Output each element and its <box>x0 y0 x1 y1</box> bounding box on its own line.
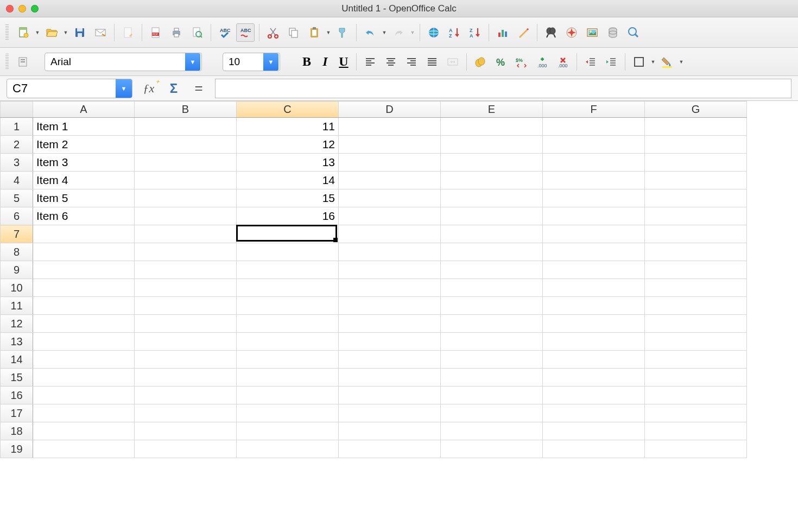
font-name-dropdown[interactable]: ▼ <box>185 53 200 71</box>
sort-descending-icon[interactable]: ZA <box>466 23 484 42</box>
delete-decimal-icon[interactable]: .000 <box>554 53 572 71</box>
open-document-icon[interactable] <box>42 23 61 42</box>
cell-A17[interactable] <box>33 404 135 422</box>
export-pdf-icon[interactable]: PDF <box>147 23 165 42</box>
row-header-5[interactable]: 5 <box>1 189 33 207</box>
cell-B11[interactable] <box>135 297 237 315</box>
function-equals-icon[interactable]: = <box>190 80 207 97</box>
cell-D2[interactable] <box>339 136 441 154</box>
cell-F19[interactable] <box>543 440 645 458</box>
cell-F14[interactable] <box>543 351 645 369</box>
column-header-C[interactable]: C <box>237 102 339 118</box>
save-icon[interactable] <box>71 23 89 42</box>
cell-E11[interactable] <box>441 297 543 315</box>
cell-A11[interactable] <box>33 297 135 315</box>
cell-E7[interactable] <box>441 225 543 243</box>
sum-icon[interactable]: Σ <box>165 80 182 97</box>
edit-file-icon[interactable] <box>119 23 137 42</box>
column-header-D[interactable]: D <box>339 102 441 118</box>
cell-E17[interactable] <box>441 404 543 422</box>
cell-D7[interactable] <box>339 225 441 243</box>
paste-icon[interactable] <box>305 23 324 42</box>
undo-icon[interactable] <box>361 23 379 42</box>
cell-B3[interactable] <box>135 154 237 172</box>
cell-E6[interactable] <box>441 207 543 225</box>
cell-B9[interactable] <box>135 261 237 279</box>
cell-A13[interactable] <box>33 333 135 351</box>
row-header-2[interactable]: 2 <box>1 136 33 154</box>
cell-G8[interactable] <box>645 243 747 261</box>
row-header-7[interactable]: 7 <box>1 225 33 243</box>
row-header-10[interactable]: 10 <box>1 279 33 297</box>
cell-C6[interactable]: 16 <box>237 207 339 225</box>
cell-A8[interactable] <box>33 243 135 261</box>
cell-D16[interactable] <box>339 387 441 404</box>
cell-A5[interactable]: Item 5 <box>33 189 135 207</box>
cell-G15[interactable] <box>645 369 747 387</box>
cell-G12[interactable] <box>645 315 747 333</box>
cell-G18[interactable] <box>645 422 747 440</box>
row-header-13[interactable]: 13 <box>1 333 33 351</box>
align-justify-icon[interactable] <box>423 53 441 71</box>
format-paintbrush-icon[interactable] <box>333 23 352 42</box>
zoom-icon[interactable] <box>624 23 643 42</box>
cell-B8[interactable] <box>135 243 237 261</box>
cell-G3[interactable] <box>645 154 747 172</box>
cell-D11[interactable] <box>339 297 441 315</box>
cell-E8[interactable] <box>441 243 543 261</box>
cell-D14[interactable] <box>339 351 441 369</box>
cell-C13[interactable] <box>237 333 339 351</box>
name-box-dropdown[interactable]: ▼ <box>116 79 132 98</box>
cell-D15[interactable] <box>339 369 441 387</box>
add-decimal-icon[interactable]: .000 <box>533 53 552 71</box>
cell-A6[interactable]: Item 6 <box>33 207 135 225</box>
font-size-combo[interactable]: ▼ <box>223 53 280 71</box>
minimize-window-button[interactable] <box>18 5 26 12</box>
background-color-dropdown[interactable]: ▼ <box>679 59 684 65</box>
cell-D3[interactable] <box>339 154 441 172</box>
column-header-A[interactable]: A <box>33 102 135 118</box>
cell-F6[interactable] <box>543 207 645 225</box>
cell-C18[interactable] <box>237 422 339 440</box>
percent-icon[interactable]: % <box>492 53 510 71</box>
cell-F15[interactable] <box>543 369 645 387</box>
hyperlink-icon[interactable] <box>425 23 443 42</box>
cell-E1[interactable] <box>441 118 543 136</box>
cell-reference-input[interactable] <box>7 81 116 96</box>
cell-G17[interactable] <box>645 404 747 422</box>
sort-ascending-icon[interactable]: AZ <box>445 23 464 42</box>
align-center-icon[interactable] <box>382 53 400 71</box>
font-name-combo[interactable]: ▼ <box>45 53 202 71</box>
row-header-9[interactable]: 9 <box>1 261 33 279</box>
cell-D13[interactable] <box>339 333 441 351</box>
data-sources-icon[interactable] <box>604 23 622 42</box>
column-header-F[interactable]: F <box>543 102 645 118</box>
cell-B2[interactable] <box>135 136 237 154</box>
cell-C5[interactable]: 15 <box>237 189 339 207</box>
cell-F3[interactable] <box>543 154 645 172</box>
cell-D9[interactable] <box>339 261 441 279</box>
show-draw-functions-icon[interactable] <box>514 23 533 42</box>
cell-G19[interactable] <box>645 440 747 458</box>
cell-G7[interactable] <box>645 225 747 243</box>
cell-B1[interactable] <box>135 118 237 136</box>
cell-A12[interactable] <box>33 315 135 333</box>
cell-B4[interactable] <box>135 172 237 189</box>
cell-A18[interactable] <box>33 422 135 440</box>
cell-D5[interactable] <box>339 189 441 207</box>
cell-A19[interactable] <box>33 440 135 458</box>
row-header-8[interactable]: 8 <box>1 243 33 261</box>
cell-F9[interactable] <box>543 261 645 279</box>
cell-E2[interactable] <box>441 136 543 154</box>
cell-G1[interactable] <box>645 118 747 136</box>
row-header-4[interactable]: 4 <box>1 172 33 189</box>
cell-A2[interactable]: Item 2 <box>33 136 135 154</box>
cell-A16[interactable] <box>33 387 135 404</box>
cell-G5[interactable] <box>645 189 747 207</box>
find-replace-icon[interactable] <box>542 23 560 42</box>
borders-icon[interactable] <box>630 53 648 71</box>
cell-E13[interactable] <box>441 333 543 351</box>
cell-F7[interactable] <box>543 225 645 243</box>
cell-D12[interactable] <box>339 315 441 333</box>
cell-F5[interactable] <box>543 189 645 207</box>
